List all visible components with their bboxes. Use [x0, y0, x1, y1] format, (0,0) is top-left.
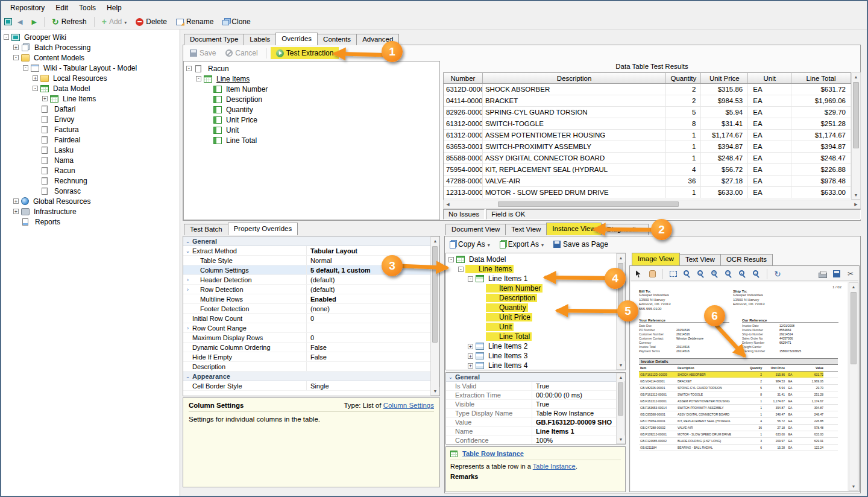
property-row[interactable]: Initial Row Count 0 [183, 314, 432, 323]
tree-item[interactable]: Factura [1, 124, 180, 135]
property-row[interactable]: ⌄ Appearance [183, 372, 432, 381]
zoom-width-button[interactable] [751, 268, 762, 279]
tab[interactable]: Contents [317, 34, 357, 45]
expander-icon[interactable]: + [468, 344, 473, 349]
tree-item[interactable]: + Line Items 3 [446, 351, 625, 361]
cut-button[interactable] [845, 268, 856, 279]
results-row[interactable]: 47288-00002 VALVE-AIR 36 $27.18 EA $978.… [444, 176, 851, 187]
tree-item[interactable]: Quantity [446, 303, 625, 312]
results-row[interactable]: 63653-00014 SWITCH-PROXIMITY ASSEMBLY 1 … [444, 141, 851, 153]
column-header[interactable]: Unit Price [701, 73, 748, 83]
property-expander-icon[interactable]: ⌄ [446, 374, 455, 380]
property-value[interactable]: 0 [307, 334, 432, 341]
tab[interactable]: Document Type [184, 34, 244, 45]
tree-item[interactable]: - Content Models [1, 52, 180, 63]
tree-item[interactable]: Line Total [446, 332, 625, 341]
scrollbar-thumb[interactable] [618, 382, 623, 416]
rename-button[interactable]: Rename [172, 16, 217, 28]
property-row[interactable]: › Row Count Range [183, 323, 432, 333]
tree-item[interactable]: Unit [184, 125, 439, 135]
select-tool-button[interactable] [633, 268, 644, 279]
property-value[interactable]: (none) [307, 305, 432, 312]
expander-icon[interactable]: - [186, 66, 192, 71]
tree-item[interactable]: Reports [1, 217, 180, 227]
tree-item[interactable]: Quantity [184, 104, 439, 115]
print-button[interactable] [817, 268, 828, 279]
scroll-up-icon[interactable]: ▲ [617, 254, 625, 262]
menu-item[interactable]: Edit [50, 2, 74, 14]
copy-as-button[interactable]: Copy As [446, 238, 494, 250]
tree-item[interactable]: Unit Price [446, 312, 625, 322]
property-value[interactable]: Table Row Instance [532, 410, 625, 417]
property-row[interactable]: Type Display Name Table Row Instance [446, 409, 625, 418]
property-row[interactable]: ⌄ Extract Method Tabular Layout [183, 246, 432, 256]
results-horizontal-scrollbar[interactable]: ◀ ▶ [443, 200, 861, 209]
property-row[interactable]: Is Valid True [446, 382, 625, 391]
property-row[interactable]: ⌄ General [183, 236, 432, 246]
property-row[interactable]: Name Line Items 1 [446, 427, 625, 436]
column-header[interactable]: Unit [748, 73, 791, 83]
tree-item[interactable]: Rechnung [1, 176, 180, 186]
add-button[interactable]: Add [98, 15, 131, 28]
tree-item[interactable]: - Data Model [1, 83, 180, 93]
tree-item[interactable]: Fairdeal [1, 135, 180, 145]
tree-item[interactable]: Unit Price [184, 115, 439, 125]
property-row[interactable]: Footer Detection (none) [183, 304, 432, 314]
cancel-button[interactable]: Cancel [222, 47, 261, 59]
results-row[interactable]: 75954-00001 KIT, REPLACEMENT SEAL (HYDRA… [444, 164, 851, 176]
tab[interactable]: Diagnostics [601, 224, 649, 235]
property-value[interactable]: True [532, 382, 625, 390]
expander-icon[interactable]: - [468, 276, 473, 282]
tree-item[interactable]: - Data Model [446, 255, 625, 264]
refresh-button[interactable]: Refresh [48, 15, 90, 28]
property-value[interactable]: False [307, 344, 432, 351]
results-row[interactable]: 82926-00001 SPRING-CYL GUARD TORSION 5 $… [444, 107, 851, 118]
help-type-link[interactable]: Column Settings [383, 402, 434, 409]
property-value[interactable]: Tabular Layout [307, 247, 432, 255]
tree-item[interactable]: + Infrastructure [1, 206, 180, 217]
pan-tool-button[interactable] [647, 268, 658, 279]
property-value[interactable]: Single [307, 382, 432, 390]
tree-item[interactable]: + Batch Processing [1, 42, 180, 52]
expander-icon[interactable]: - [23, 65, 28, 71]
expander-icon[interactable]: - [13, 55, 19, 60]
property-grid-scrollbar[interactable]: ▲ ▼ [430, 236, 439, 396]
property-expander-icon[interactable]: ⌄ [183, 373, 192, 379]
tree-item[interactable]: - Line Items 1 [446, 274, 625, 283]
property-value[interactable]: True [532, 400, 625, 408]
tree-item[interactable]: Sonrasc [1, 186, 180, 196]
tree-item[interactable]: Item Number [184, 84, 439, 94]
expander-icon[interactable]: - [4, 34, 9, 40]
property-value[interactable]: Normal [307, 257, 432, 264]
tree-item[interactable]: Line Total [184, 135, 439, 145]
save-image-button[interactable] [831, 268, 842, 279]
tree-item[interactable]: + Line Items [1, 93, 180, 104]
column-header[interactable]: Line Total [791, 73, 851, 83]
export-as-button[interactable]: Export As [496, 238, 547, 250]
tree-item[interactable]: - Line Items [184, 74, 439, 84]
menu-item[interactable]: Help [101, 2, 127, 14]
scroll-left-icon[interactable]: ◀ [444, 200, 452, 208]
tree-item[interactable]: Daftari [1, 104, 180, 114]
scrollbar-thumb[interactable] [432, 246, 438, 343]
expander-icon[interactable]: + [13, 198, 19, 204]
tree-item[interactable]: Item Number [446, 283, 625, 293]
scroll-right-icon[interactable]: ▶ [852, 200, 860, 208]
tab[interactable]: Property Overrides [228, 223, 298, 235]
property-value[interactable]: 5 default, 1 custom [307, 267, 432, 274]
property-row[interactable]: Extraction Time 00:00:00 (0 ms) [446, 391, 625, 400]
property-row[interactable]: ⌄ General [446, 373, 625, 382]
scroll-down-icon[interactable]: ▼ [617, 361, 625, 369]
property-row[interactable]: Hide If Empty False [183, 352, 432, 362]
menu-item[interactable]: Tools [74, 2, 101, 14]
viewer-scrollbar[interactable]: ▲ ▼ [849, 282, 858, 491]
zoom-fit-button[interactable] [737, 268, 748, 279]
expander-icon[interactable]: - [196, 76, 201, 81]
results-vertical-scrollbar[interactable]: ▲ ▼ [851, 72, 861, 200]
zoom-out-button[interactable] [723, 268, 734, 279]
expander-icon[interactable]: - [33, 86, 38, 91]
property-row[interactable]: Confidence 100% [446, 436, 625, 445]
magnifier-button[interactable] [682, 268, 693, 279]
property-value[interactable]: 0 [307, 315, 432, 322]
property-value[interactable]: Enabled [307, 296, 432, 303]
